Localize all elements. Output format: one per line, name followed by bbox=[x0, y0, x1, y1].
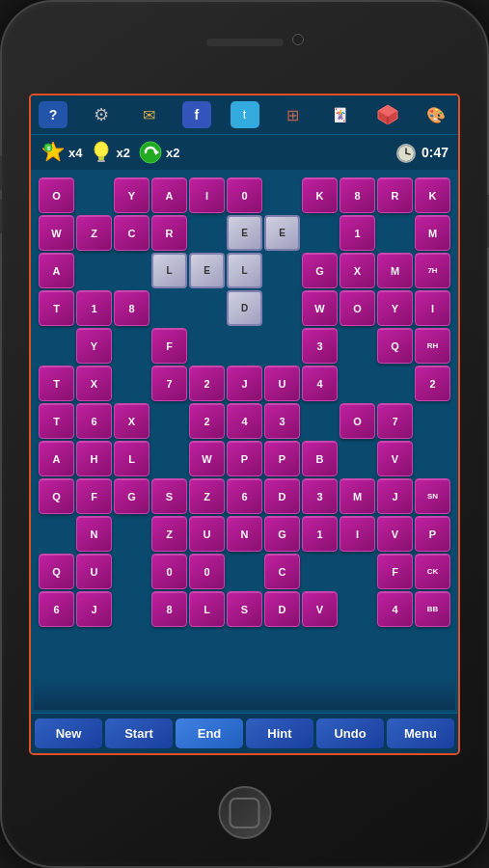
cell[interactable]: D bbox=[264, 478, 300, 514]
cell[interactable]: X bbox=[114, 403, 149, 439]
cell[interactable]: G bbox=[264, 516, 300, 552]
cell[interactable]: I bbox=[415, 290, 450, 326]
cell[interactable]: Q bbox=[377, 328, 413, 364]
menu-button[interactable]: Menu bbox=[387, 719, 454, 748]
cell[interactable]: R bbox=[151, 215, 187, 251]
cell[interactable]: V bbox=[302, 591, 338, 627]
cell[interactable] bbox=[415, 403, 450, 439]
cell[interactable] bbox=[302, 554, 338, 589]
cell[interactable]: 0 bbox=[227, 177, 262, 213]
cell[interactable] bbox=[39, 328, 74, 364]
palette-icon[interactable]: 🎨 bbox=[421, 101, 450, 128]
settings-icon[interactable]: ⚙ bbox=[87, 101, 116, 128]
cell[interactable] bbox=[264, 290, 300, 326]
cell[interactable]: Z bbox=[76, 215, 112, 251]
cell[interactable]: M bbox=[340, 478, 375, 514]
cell[interactable]: G bbox=[114, 478, 149, 514]
cell[interactable] bbox=[189, 215, 225, 251]
cell[interactable]: 7 bbox=[377, 403, 413, 439]
share-icon[interactable]: ⊞ bbox=[278, 101, 307, 128]
cell[interactable]: O bbox=[39, 177, 74, 213]
cell[interactable]: 6 bbox=[227, 478, 262, 514]
cell[interactable] bbox=[302, 215, 338, 251]
cell[interactable]: J bbox=[76, 591, 112, 627]
cell[interactable]: 4 bbox=[227, 403, 262, 439]
cell[interactable]: X bbox=[76, 366, 112, 401]
cell[interactable]: A bbox=[39, 253, 74, 288]
volume-down-button[interactable] bbox=[0, 200, 2, 233]
cell[interactable]: L bbox=[114, 441, 149, 476]
cell[interactable] bbox=[264, 253, 300, 288]
cell[interactable] bbox=[340, 441, 375, 476]
cell[interactable]: V bbox=[377, 516, 413, 552]
mail-icon[interactable]: ✉ bbox=[134, 101, 163, 128]
cell[interactable]: F bbox=[151, 328, 187, 364]
cell[interactable]: 2 bbox=[189, 403, 225, 439]
cell[interactable]: E bbox=[264, 215, 300, 251]
cell[interactable]: Y bbox=[76, 328, 112, 364]
cell[interactable]: P bbox=[227, 441, 262, 476]
cell[interactable] bbox=[151, 290, 187, 326]
cell[interactable] bbox=[227, 328, 262, 364]
cell[interactable]: Z bbox=[151, 516, 187, 552]
cell[interactable]: 2 bbox=[189, 366, 225, 401]
cell[interactable]: P bbox=[264, 441, 300, 476]
cell[interactable]: J bbox=[377, 478, 413, 514]
cell[interactable]: C bbox=[114, 215, 149, 251]
cell[interactable]: D bbox=[264, 591, 300, 627]
cell[interactable]: W bbox=[189, 441, 225, 476]
cell[interactable]: 8 bbox=[151, 591, 187, 627]
cell[interactable]: S bbox=[227, 591, 262, 627]
cell[interactable] bbox=[340, 591, 375, 627]
cards-icon[interactable]: 🃏 bbox=[326, 101, 355, 128]
cell[interactable]: 8 bbox=[340, 177, 375, 213]
cell[interactable] bbox=[114, 253, 149, 288]
cell[interactable]: 7 bbox=[151, 366, 187, 401]
cell[interactable]: 7H bbox=[415, 253, 450, 288]
cell[interactable] bbox=[415, 441, 450, 476]
cell[interactable]: P bbox=[415, 516, 450, 552]
cell[interactable] bbox=[114, 328, 149, 364]
cube-icon[interactable] bbox=[373, 101, 402, 128]
cell[interactable]: 6 bbox=[39, 591, 74, 627]
cell[interactable]: 8 bbox=[114, 290, 149, 326]
cell[interactable] bbox=[151, 441, 187, 476]
cell[interactable]: A bbox=[151, 177, 187, 213]
undo-button[interactable]: Undo bbox=[316, 719, 384, 748]
cell[interactable] bbox=[114, 516, 149, 552]
cell[interactable]: 2 bbox=[415, 366, 450, 401]
cell[interactable]: 1 bbox=[76, 290, 112, 326]
cell[interactable]: Q bbox=[39, 478, 74, 514]
end-button[interactable]: End bbox=[176, 719, 243, 748]
cell[interactable]: 1 bbox=[340, 215, 375, 251]
cell[interactable] bbox=[227, 554, 262, 589]
cell[interactable]: 3 bbox=[302, 478, 338, 514]
cell[interactable]: W bbox=[39, 215, 74, 251]
cell[interactable] bbox=[76, 177, 112, 213]
cell[interactable]: W bbox=[302, 290, 338, 326]
cell[interactable]: 4 bbox=[377, 591, 413, 627]
cell[interactable]: F bbox=[377, 554, 413, 589]
twitter-icon[interactable]: t bbox=[231, 101, 259, 128]
cell[interactable]: R bbox=[377, 177, 413, 213]
cell[interactable] bbox=[76, 253, 112, 288]
cell[interactable]: T bbox=[39, 366, 74, 401]
start-button[interactable]: Start bbox=[105, 719, 173, 748]
home-button[interactable] bbox=[218, 786, 271, 839]
cell[interactable] bbox=[377, 366, 413, 401]
cell[interactable]: L bbox=[189, 591, 225, 627]
cell[interactable] bbox=[189, 290, 225, 326]
cell[interactable]: 0 bbox=[151, 554, 187, 589]
cell[interactable]: E bbox=[189, 253, 225, 288]
cell[interactable]: M bbox=[377, 253, 413, 288]
facebook-icon[interactable]: f bbox=[182, 101, 211, 128]
cell[interactable]: C bbox=[264, 554, 300, 589]
cell[interactable]: V bbox=[377, 441, 413, 476]
cell[interactable]: L bbox=[151, 253, 187, 288]
cell[interactable]: Z bbox=[189, 478, 225, 514]
cell[interactable]: G bbox=[302, 253, 338, 288]
cell[interactable]: I bbox=[340, 516, 375, 552]
cell[interactable]: RH bbox=[415, 328, 450, 364]
cell[interactable]: Y bbox=[114, 177, 149, 213]
cell[interactable]: K bbox=[302, 177, 338, 213]
